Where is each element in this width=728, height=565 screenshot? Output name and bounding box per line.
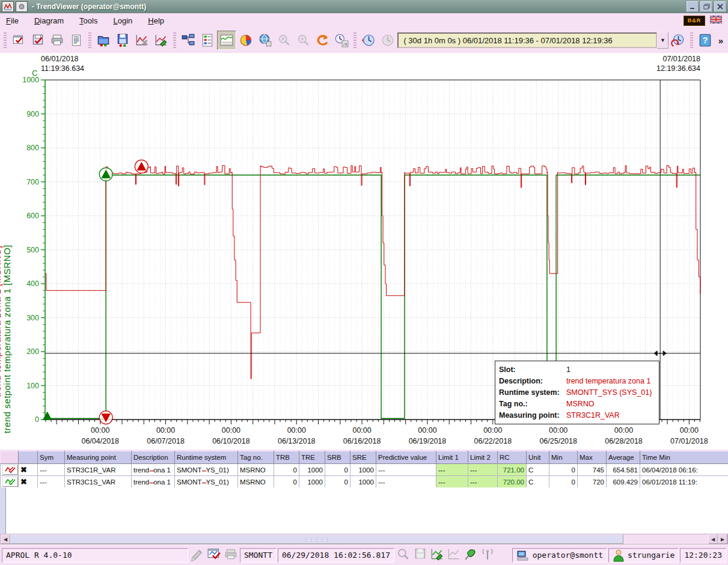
column-header-max[interactable]: Max bbox=[578, 451, 607, 464]
chart-edit-green-button[interactable] bbox=[429, 548, 445, 563]
close-button[interactable] bbox=[714, 1, 726, 12]
column-header-unit[interactable]: Unit bbox=[527, 451, 549, 464]
cell-rc: 720.00 bbox=[498, 476, 527, 488]
time-step-back-button[interactable] bbox=[359, 31, 378, 50]
cell-sel[interactable] bbox=[1, 476, 19, 488]
column-header-mp[interactable]: Measuring point bbox=[65, 451, 132, 464]
time-range-combo[interactable]: ( 30d 1h 0m 0s ) 06/01/2018 11:19:36 - 0… bbox=[397, 32, 656, 48]
window-title: - TrendViewer (operator@smontt) bbox=[32, 2, 687, 11]
toolbar: 28( 30d 1h 0m 0s ) 06/01/2018 11:19:36 -… bbox=[0, 28, 728, 53]
user-panel: strungarie bbox=[608, 548, 679, 563]
trend-display-icon bbox=[219, 33, 234, 47]
antenna-button[interactable] bbox=[479, 548, 496, 563]
print-list-button[interactable] bbox=[67, 31, 86, 50]
web-view-button[interactable] bbox=[255, 31, 275, 50]
column-header-rc[interactable]: RC bbox=[498, 451, 527, 464]
column-header-min[interactable]: Min bbox=[549, 451, 578, 464]
plug-green-button[interactable] bbox=[462, 548, 479, 563]
cell-vis[interactable]: ✖ bbox=[19, 476, 38, 488]
menu-diagram[interactable]: Diagram bbox=[34, 16, 64, 25]
save-grey-button[interactable] bbox=[412, 548, 429, 563]
print-grey-button[interactable] bbox=[222, 548, 239, 563]
time-range-dropdown-arrow-icon[interactable]: ▼ bbox=[657, 32, 668, 49]
y-tick-label: 500 bbox=[26, 246, 39, 254]
scroll-left-button-2[interactable]: ◀ bbox=[708, 534, 718, 544]
menu-file[interactable]: File bbox=[6, 16, 19, 25]
x-tick-time: 00:00 bbox=[352, 426, 371, 435]
time-refresh-icon bbox=[671, 33, 685, 47]
time-settings-button[interactable]: 28 bbox=[332, 31, 352, 50]
table-row[interactable]: ✖---STR3C1R_VARtrend»»ona 1SMONT»»YS_01)… bbox=[1, 464, 728, 476]
column-header-tmin[interactable]: Time Min bbox=[640, 451, 728, 464]
print-button[interactable] bbox=[47, 31, 67, 50]
open-folder-button[interactable] bbox=[94, 31, 113, 50]
curve-select-button[interactable] bbox=[2, 465, 18, 475]
row-header-strip bbox=[0, 487, 6, 534]
column-header-avg[interactable]: Average bbox=[607, 451, 640, 464]
maximize-button[interactable] bbox=[700, 1, 712, 12]
column-header-desc[interactable]: Description bbox=[132, 451, 175, 464]
edit-chart-button[interactable] bbox=[151, 31, 171, 50]
scroll-left-button[interactable]: ◀ bbox=[1, 534, 10, 544]
time-refresh-button[interactable] bbox=[668, 31, 688, 50]
visibility-checkbox[interactable]: ✖ bbox=[20, 477, 27, 486]
time-pause-button[interactable] bbox=[378, 31, 397, 50]
configure-list-button[interactable] bbox=[198, 31, 217, 50]
clear-chart-button[interactable] bbox=[132, 31, 151, 50]
x-tick-time: 00:00 bbox=[549, 426, 567, 435]
column-header-sre[interactable]: SRE bbox=[350, 451, 376, 464]
column-header-l1[interactable]: Limit 1 bbox=[436, 451, 468, 464]
diagram-ok-button[interactable] bbox=[206, 548, 222, 563]
cell-max: 745 bbox=[578, 464, 607, 476]
zoom-undo-button[interactable] bbox=[275, 31, 294, 50]
column-header-sel[interactable] bbox=[1, 451, 19, 464]
curve-select-button[interactable] bbox=[2, 477, 18, 487]
cell-desc: trend»»ona 1 bbox=[132, 476, 175, 488]
menu-help[interactable]: Help bbox=[148, 16, 164, 25]
pie-view-button[interactable] bbox=[236, 31, 255, 50]
column-header-srb[interactable]: SRB bbox=[325, 451, 350, 464]
x-tick-time: 00:00 bbox=[614, 426, 633, 435]
trend-display-button[interactable] bbox=[217, 31, 236, 50]
open-trend-diagram-button[interactable] bbox=[9, 31, 28, 50]
column-header-vis[interactable] bbox=[19, 451, 38, 464]
clear-chart-icon bbox=[135, 33, 149, 47]
edit-note-button[interactable] bbox=[189, 548, 206, 563]
undo-button[interactable] bbox=[313, 31, 332, 50]
zoom-redo-button[interactable] bbox=[294, 31, 313, 50]
cell-avg: 654.581 bbox=[607, 464, 640, 476]
zoom-grey-button[interactable] bbox=[395, 548, 412, 563]
cell-l1: --- bbox=[436, 476, 468, 488]
scroll-right-button[interactable]: ▶ bbox=[718, 534, 727, 544]
menu-bar: FileDiagramToolsLoginHelp B&R bbox=[0, 13, 728, 28]
help-button[interactable]: ? bbox=[696, 31, 715, 50]
tree-view-button[interactable] bbox=[179, 31, 198, 50]
cell-sel[interactable] bbox=[1, 464, 19, 476]
cell-vis[interactable]: ✖ bbox=[19, 464, 38, 476]
scrollbar-track[interactable] bbox=[623, 534, 708, 544]
zoom-undo-icon bbox=[277, 33, 292, 47]
column-header-tag[interactable]: Tag no. bbox=[238, 451, 274, 464]
column-header-rt[interactable]: Runtime system bbox=[175, 451, 238, 464]
column-header-trb[interactable]: TRB bbox=[274, 451, 299, 464]
x-tick-time: 00:00 bbox=[483, 426, 502, 435]
column-header-tre[interactable]: TRE bbox=[299, 451, 325, 464]
column-header-sym[interactable]: Sym bbox=[38, 451, 65, 464]
table-row[interactable]: ✖---STR3C1S_VARtrend»»ona 1SMONT»»YS_01)… bbox=[1, 476, 728, 488]
save-trend-diagram-button[interactable] bbox=[28, 31, 47, 50]
visibility-checkbox[interactable]: ✖ bbox=[20, 465, 27, 474]
chart-grey-button[interactable] bbox=[445, 548, 462, 563]
horizontal-scrollbar[interactable]: ◀ ⋮⋮⋮⋮⋮ ◀ ▶ bbox=[0, 534, 728, 545]
tooltip-row: Measuring point:STR3C1R_VAR bbox=[499, 410, 655, 421]
toolbar-overflow-chevron[interactable]: » bbox=[715, 35, 727, 46]
minimize-button[interactable] bbox=[687, 1, 699, 12]
column-header-l2[interactable]: Limit 2 bbox=[468, 451, 498, 464]
column-header-pred[interactable]: Predictive value bbox=[376, 451, 436, 464]
scrollbar-thumb[interactable]: ⋮⋮⋮⋮⋮ bbox=[10, 534, 623, 544]
save-button[interactable] bbox=[113, 31, 132, 50]
menu-login[interactable]: Login bbox=[113, 16, 132, 25]
menu-tools[interactable]: Tools bbox=[79, 16, 97, 25]
save-grey-icon bbox=[413, 547, 427, 563]
window-menu-icon[interactable] bbox=[16, 1, 28, 12]
language-flag-icon[interactable] bbox=[710, 16, 722, 25]
